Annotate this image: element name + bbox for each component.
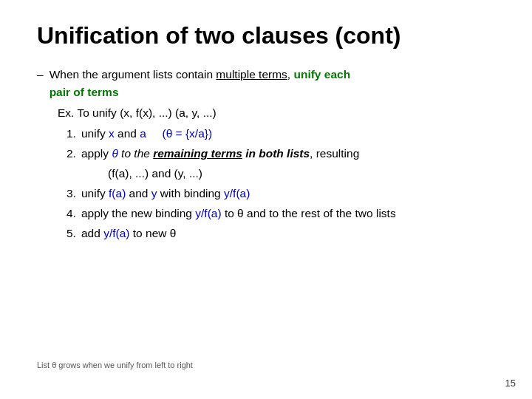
num-3: 3. (66, 185, 81, 202)
dash-icon: – (37, 66, 44, 83)
step4-text: apply the new binding y/f(a) to θ and to… (81, 205, 396, 222)
step1-text: unify x and a (θ = {x/a}) (81, 125, 212, 143)
step5-yfa: y/f(a) (103, 227, 129, 239)
step-3: 3. unify f(a) and y with binding y/f(a) (66, 185, 495, 202)
numbered-list: 1. unify x and a (θ = {x/a}) 2. apply θ … (66, 125, 495, 242)
step2-sub-text: (f(a), ...) and (y, ...) (108, 165, 495, 183)
step3-yfa: y/f(a) (224, 187, 250, 200)
step5-text: add y/f(a) to new θ (81, 225, 176, 242)
step-4: 4. apply the new binding y/f(a) to θ and… (66, 205, 495, 222)
step3-y: y (151, 187, 157, 200)
step3-fa: f(a) (109, 187, 126, 200)
step-2: 2. apply θ to the remaining terms in bot… (66, 145, 495, 163)
num-1: 1. (66, 125, 81, 143)
step3-text: unify f(a) and y with binding y/f(a) (81, 185, 250, 202)
step2-remaining: remaining terms (153, 147, 242, 160)
ex-text: Ex. To unify (x, f(x), ...) (a, y, ...) (58, 106, 216, 119)
slide: Unification of two clauses (cont) – When… (0, 0, 532, 399)
bullet1-prefix: When the argument lists contain (50, 68, 216, 81)
num-2: 2. (66, 145, 81, 163)
step-5: 5. add y/f(a) to new θ (66, 225, 495, 242)
step2-theta: θ (112, 147, 117, 160)
bullet1-underline: multiple terms (216, 68, 287, 81)
ex-line: Ex. To unify (x, f(x), ...) (a, y, ...) (58, 104, 495, 122)
step2-text: apply θ to the remaining terms in both l… (81, 145, 359, 163)
num-4: 4. (66, 205, 81, 222)
slide-content: – When the argument lists contain multip… (37, 66, 495, 242)
bullet-1-text: When the argument lists contain multiple… (50, 66, 351, 101)
step4-yfa: y/f(a) (195, 207, 221, 219)
num-5: 5. (66, 225, 81, 242)
step1-theta: (θ = {x/a}) (162, 127, 212, 140)
step-1: 1. unify x and a (θ = {x/a}) (66, 125, 495, 143)
slide-title: Unification of two clauses (cont) (37, 22, 495, 50)
step1-a: a (140, 127, 146, 140)
page-number: 15 (505, 378, 516, 389)
step1-x: x (109, 127, 115, 140)
bullet-1: – When the argument lists contain multip… (37, 66, 495, 101)
footer-note: List θ grows when we unify from left to … (37, 361, 193, 369)
